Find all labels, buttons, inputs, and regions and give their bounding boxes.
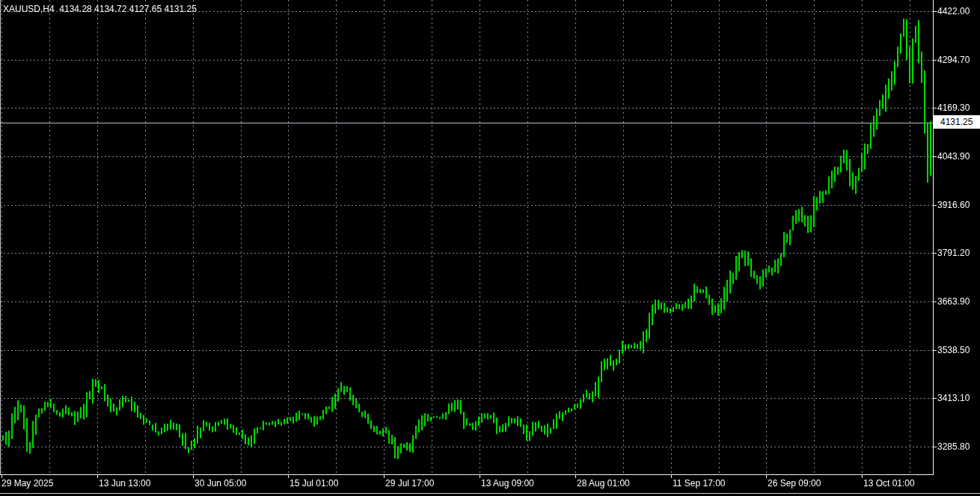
time-axis-label: 30 Jun 05:00 [195,478,246,489]
price-axis-label: 3538.50 [937,345,970,355]
current-price-badge: 4131.25 [933,115,980,129]
price-axis-label: 3791.20 [937,248,970,258]
time-axis-label: 26 Sep 09:00 [768,478,821,489]
time-axis-label: 15 Jul 01:00 [290,478,338,489]
price-axis-label: 4043.90 [937,151,970,162]
time-axis[interactable]: 29 May 202513 Jun 13:0030 Jun 05:0015 Ju… [0,476,933,494]
price-axis-label: 4294.70 [937,55,970,65]
time-axis-label: 13 Aug 09:00 [481,478,534,489]
price-axis-label: 3663.90 [937,296,970,307]
time-axis-label: 29 Jul 17:00 [385,478,434,489]
time-axis-label: 11 Sep 17:00 [673,478,726,489]
price-chart-canvas[interactable] [0,0,980,496]
price-axis[interactable]: 4422.004294.704169.304043.903916.603791.… [933,0,980,475]
price-axis-label: 3413.10 [937,393,970,403]
price-axis-label: 4169.30 [937,102,970,113]
time-axis-label: 13 Oct 01:00 [863,478,915,489]
price-axis-label: 4422.00 [937,6,970,16]
price-axis-label: 3285.80 [937,441,970,452]
time-axis-label: 28 Aug 01:00 [577,478,630,489]
time-axis-label: 29 May 2025 [1,478,53,489]
chart-ohlc-title: XAUUSD,H4 4134.28 4134.72 4127.65 4131.2… [3,4,197,14]
price-axis-label: 3916.60 [937,200,970,210]
trading-chart-window: XAUUSD,H4 4134.28 4134.72 4127.65 4131.2… [0,0,980,496]
time-axis-label: 13 Jun 13:00 [99,478,150,489]
